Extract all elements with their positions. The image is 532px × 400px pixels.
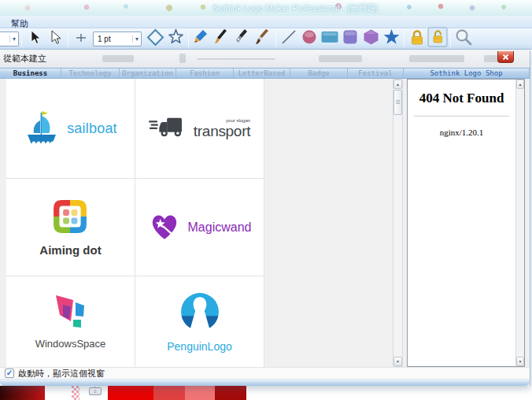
toolbar-separator <box>188 30 189 47</box>
webview-content: 404 Not Found nginx/1.20.1 <box>408 80 515 366</box>
scroll-down-icon[interactable]: ▼ <box>393 357 402 366</box>
chevron-down-icon: ▾ <box>9 35 18 43</box>
lock-icon <box>408 28 426 49</box>
tab-business[interactable]: Business <box>0 69 61 78</box>
star-icon <box>382 28 401 49</box>
magnifier-icon <box>454 28 473 50</box>
window-title: Sothink Logo Maker Professional - [無標題] <box>212 2 378 14</box>
rounded-square-shape-button[interactable] <box>340 29 360 48</box>
brush-icon <box>213 28 231 49</box>
rounded-square-icon <box>342 29 358 48</box>
scroll-up-icon[interactable]: ▲ <box>516 80 524 89</box>
background-blur-decoration <box>179 54 186 63</box>
pencil-icon <box>193 28 210 49</box>
dialog-title: 從範本建立 <box>3 53 46 65</box>
tab-fashion[interactable]: Fashion <box>176 69 234 78</box>
main-toolbar: ▾ 1 pt ▾ <box>0 28 532 50</box>
tab-letterbased[interactable]: LetterBased <box>234 69 290 78</box>
tab-festival[interactable]: Festival <box>348 69 404 78</box>
circle-icon <box>301 28 318 49</box>
lock-button[interactable] <box>407 29 427 48</box>
zoom-button[interactable] <box>453 29 474 48</box>
category-tabbar: Business Technology Organization Fashion… <box>0 68 530 79</box>
scroll-up-icon[interactable]: ▲ <box>393 80 402 89</box>
chevron-down-icon: ▾ <box>132 35 141 43</box>
cursor-white-icon <box>49 30 61 48</box>
select-tool-button[interactable] <box>24 29 45 48</box>
template-transport[interactable]: your slogan transport <box>135 79 264 179</box>
template-grid-scrollbar[interactable]: ▲ ▼ <box>393 79 403 367</box>
stroke-width-combobox[interactable]: 1 pt ▾ <box>93 31 142 46</box>
tab-organization[interactable]: Organization <box>120 69 176 78</box>
template-label: Magicwand <box>188 220 252 235</box>
close-icon <box>502 50 509 64</box>
template-label: WindowsSpace <box>35 338 106 350</box>
tab-technology[interactable]: Technology <box>61 69 120 78</box>
stroke-width-button[interactable] <box>71 29 91 48</box>
color-swatch[interactable] <box>215 383 246 400</box>
color-swatch[interactable] <box>108 383 153 400</box>
transparency-swatch[interactable] <box>72 383 79 400</box>
tool-dropdown[interactable]: ▾ <box>0 31 19 46</box>
template-label: sailboat <box>67 120 117 137</box>
paintbrush-icon <box>254 28 272 49</box>
star-shape-button[interactable] <box>381 29 401 48</box>
direct-select-tool-button[interactable] <box>45 29 65 48</box>
create-from-template-dialog: 從範本建立 Business Technology Organization F… <box>0 50 530 386</box>
menubar: 幫助 <box>0 16 532 28</box>
rectangle-shape-button[interactable] <box>320 29 340 48</box>
template-aiming-dot[interactable]: Aiming dot <box>6 179 135 276</box>
pen-nib-icon <box>234 28 251 49</box>
stroke-width-icon <box>76 31 87 46</box>
unlock-icon <box>427 27 448 50</box>
webview-scrollbar[interactable]: ▲ ▼ <box>515 80 524 366</box>
star-outline-icon <box>167 28 185 49</box>
hexagon-icon <box>362 28 380 49</box>
star-outline-button[interactable] <box>165 29 186 48</box>
ellipse-shape-button[interactable] <box>299 29 320 48</box>
server-version-text: nginx/1.20.1 <box>408 128 515 137</box>
aiming-dot-logo-icon <box>52 198 88 238</box>
toolbar-separator <box>404 30 405 47</box>
tab-sothink-logo-shop[interactable]: Sothink Logo Shop <box>404 69 530 78</box>
http-error-heading: 404 Not Found <box>408 91 515 106</box>
template-label: Aiming dot <box>39 243 101 257</box>
tab-badge[interactable]: Badge <box>290 69 348 78</box>
template-magicwand[interactable]: Magicwand <box>135 179 264 276</box>
windowsspace-logo-icon <box>50 294 91 333</box>
template-windowsspace[interactable]: WindowsSpace <box>6 276 135 367</box>
scroll-down-icon[interactable]: ▼ <box>516 357 524 366</box>
palette-slider-thumb[interactable]: ≡ <box>89 387 102 395</box>
scrollbar-thumb[interactable] <box>393 90 402 115</box>
sailboat-logo-icon <box>24 109 60 148</box>
line-tool-button[interactable] <box>279 29 299 48</box>
color-swatch[interactable] <box>153 383 185 400</box>
dialog-footer: ✓ 啟動時，顯示這個視窗 <box>0 367 530 379</box>
pen-tool-button[interactable] <box>232 29 253 48</box>
magicwand-logo-icon <box>148 211 181 244</box>
truck-logo-icon <box>149 113 187 143</box>
close-button[interactable] <box>497 51 514 63</box>
divider <box>414 116 509 117</box>
diamond-shape-button[interactable] <box>145 29 165 48</box>
dialog-bottom-border <box>0 379 530 386</box>
background-blur-decoration <box>409 55 464 62</box>
show-at-startup-checkbox[interactable]: ✓ <box>5 369 14 378</box>
color-swatch[interactable] <box>185 383 215 400</box>
toolbar-separator <box>275 30 276 47</box>
gradient-swatch[interactable] <box>0 383 45 400</box>
cursor-black-icon <box>28 30 41 48</box>
rectangle-icon <box>320 30 339 47</box>
template-sailboat[interactable]: sailboat <box>6 79 135 179</box>
pencil-tool-button[interactable] <box>191 29 212 48</box>
toolbar-separator <box>450 30 451 47</box>
paintbrush-tool-button[interactable] <box>253 29 273 48</box>
dialog-titlebar: 從範本建立 <box>0 50 530 68</box>
brush-tool-button[interactable] <box>212 29 232 48</box>
background-blur-decoration <box>102 55 134 62</box>
template-penguinlogo[interactable]: PenguinLogo <box>135 276 264 367</box>
unlock-button[interactable] <box>427 29 448 48</box>
hexagon-shape-button[interactable] <box>360 29 381 48</box>
stroke-width-value: 1 pt <box>98 35 111 43</box>
background-blur-decoration <box>197 58 275 60</box>
